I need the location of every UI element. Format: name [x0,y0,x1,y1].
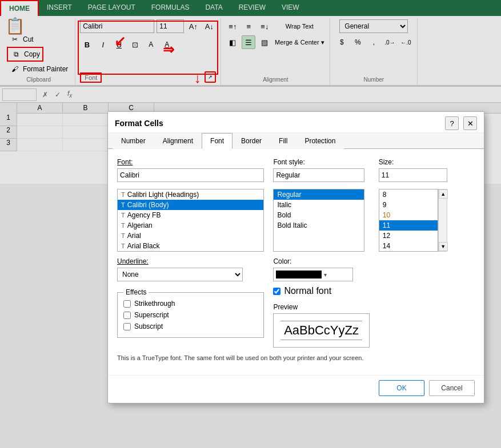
color-label: Color: [273,257,369,265]
dialog-close-button[interactable]: ✕ [463,116,477,130]
font-list-item-calibri-light[interactable]: T Calibri Light (Headings) [118,189,263,200]
color-swatch [276,271,322,279]
font-list-item-arial[interactable]: T Arial [118,231,263,241]
size-14[interactable]: 14 [379,241,438,251]
font-name-field[interactable] [117,168,264,182]
underline-group: Underline: None [117,257,264,281]
dialog-tab-number[interactable]: Number [113,133,154,149]
style-italic[interactable]: Italic [274,200,364,210]
font-icon-calibri-body: T [121,201,125,208]
color-row: ▾ [273,268,369,281]
preview-bottom-line [280,340,362,340]
underline-label: Underline: [117,257,264,265]
format-cells-dialog: Format Cells ? ✕ Number Alignment Font B… [107,111,484,403]
style-bold[interactable]: Bold [274,210,364,220]
size-9[interactable]: 9 [379,200,438,210]
dialog-tab-border[interactable]: Border [233,133,270,149]
size-column: Size: 8 9 10 [379,158,475,348]
font-icon-arial: T [121,232,125,239]
dialog-title-buttons: ? ✕ [445,116,477,130]
preview-box: AaBbCcYyZz [273,313,369,348]
preview-top-line [280,321,362,321]
preview-text: AaBbCcYyZz [284,323,359,338]
font-icon-agency: T [121,212,125,219]
normal-font-row: Normal font [273,286,369,296]
font-name-arial: Arial [127,232,141,240]
strikethrough-checkbox[interactable] [123,300,131,308]
dialog-tab-fill[interactable]: Fill [270,133,296,149]
font-list-item-calibri-body[interactable]: T Calibri (Body) [118,200,263,210]
style-regular[interactable]: Regular [274,189,364,200]
font-name-calibri-light: Calibri Light (Headings) [127,191,199,199]
size-12[interactable]: 12 [379,231,438,241]
underline-row: None [117,268,264,281]
size-8[interactable]: 8 [379,189,438,200]
dialog-body: Font: T Calibri Light (Headings) T Calib… [108,149,484,375]
font-style-group: Font style: [273,158,369,182]
dialog-title-bar: Format Cells ? ✕ [108,112,484,133]
size-scroll-up[interactable]: ▲ [439,189,448,199]
subscript-checkbox-item[interactable]: Subscript [123,322,258,330]
style-bold-label: Bold [277,211,291,219]
effects-title: Effects [123,288,149,296]
color-group: Color: ▾ Normal font [273,257,369,296]
font-style-list[interactable]: Regular Italic Bold Bold Italic [273,189,364,252]
dialog-main-columns: Font: T Calibri Light (Headings) T Calib… [117,158,475,348]
font-name-calibri-body: Calibri (Body) [127,201,169,209]
size-scroll-down[interactable]: ▼ [439,242,448,251]
dialog-title: Format Cells [115,119,163,128]
size-scroll-track [439,199,447,242]
style-bold-italic-label: Bold Italic [277,221,307,229]
font-name-arial-black: Arial Black [127,242,160,250]
preview-label: Preview [273,303,369,311]
font-style-label: Font style: [273,158,369,166]
font-list-container: T Calibri Light (Headings) T Calibri (Bo… [117,189,264,252]
subscript-checkbox[interactable] [123,323,131,330]
font-icon-algerian: T [121,222,125,229]
font-name-label: Font: [117,158,264,166]
dialog-help-button[interactable]: ? [445,116,459,130]
dialog-tab-font[interactable]: Font [202,133,233,149]
cancel-button[interactable]: Cancel [429,380,475,396]
style-regular-label: Regular [277,191,301,199]
font-name-group: Font: [117,158,264,182]
size-list[interactable]: 8 9 10 11 12 [379,189,438,252]
font-name-algerian: Algerian [127,221,153,229]
size-group: Size: [379,158,475,182]
preview-section: Preview AaBbCcYyZz [273,303,369,348]
font-icon-calibri-light: T [121,191,125,198]
size-list-wrapper: 8 9 10 11 12 [379,189,447,252]
size-scrollbar: ▲ ▼ [438,189,447,252]
effects-section: Effects Strikethrough Superscript Subscr… [117,288,264,338]
size-field[interactable] [379,168,447,182]
strikethrough-label: Strikethrough [134,300,175,308]
font-style-field[interactable] [273,168,364,182]
color-dropdown-arrow: ▾ [324,272,327,278]
size-label: Size: [379,158,475,166]
dialog-footer: OK Cancel [108,375,484,403]
font-icon-arial-black: T [121,243,125,249]
size-11[interactable]: 11 [379,220,438,231]
superscript-checkbox[interactable] [123,312,131,319]
font-list[interactable]: T Calibri Light (Headings) T Calibri (Bo… [117,189,264,252]
underline-select[interactable]: None [117,268,243,281]
superscript-label: Superscript [134,311,169,319]
superscript-checkbox-item[interactable]: Superscript [123,311,258,319]
font-list-item-arial-black[interactable]: T Arial Black [118,241,263,251]
info-text: This is a TrueType font. The same font w… [117,354,475,361]
size-10[interactable]: 10 [379,210,438,220]
subscript-label: Subscript [134,322,163,330]
style-bold-italic[interactable]: Bold Italic [274,220,364,231]
normal-font-checkbox[interactable] [273,288,280,295]
strikethrough-checkbox-item[interactable]: Strikethrough [123,300,258,308]
font-name-agency: Agency FB [127,211,161,219]
color-select-button[interactable]: ▾ [273,268,353,281]
dialog-tab-alignment[interactable]: Alignment [154,133,202,149]
dialog-tab-bar: Number Alignment Font Border Fill Protec… [108,133,484,149]
style-italic-label: Italic [277,201,291,209]
dialog-tab-protection[interactable]: Protection [296,133,344,149]
font-style-column: Font style: Regular Italic Bold Bold Ita… [273,158,369,348]
ok-button[interactable]: OK [379,380,424,396]
font-list-item-algerian[interactable]: T Algerian [118,220,263,231]
font-list-item-agency[interactable]: T Agency FB [118,210,263,220]
